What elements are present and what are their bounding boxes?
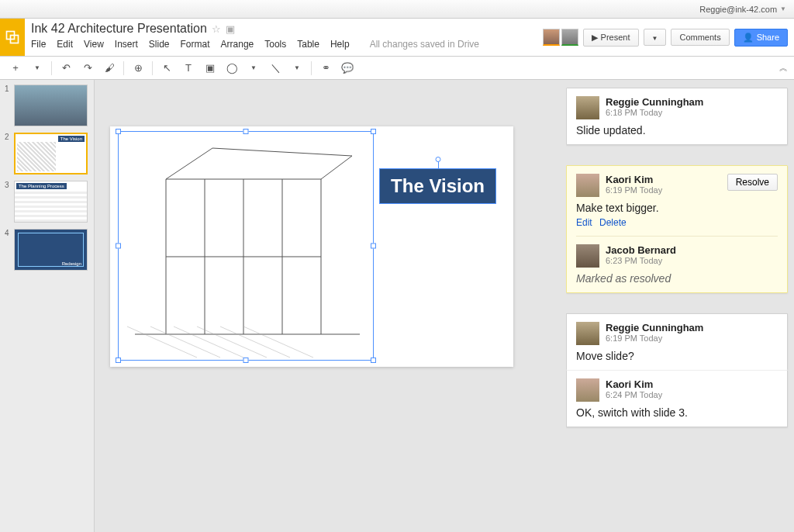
slide-thumb-row[interactable]: 1 Architecture [5, 85, 89, 126]
menu-tools[interactable]: Tools [264, 39, 286, 50]
comments-button[interactable]: Comments [671, 29, 729, 46]
comment-card[interactable]: Reggie Cunningham 6:18 PM Today Slide up… [566, 88, 788, 145]
slide-thumb-row[interactable]: 3 The Planning Process [5, 181, 89, 223]
resize-handle[interactable] [371, 129, 376, 134]
slide-number: 3 [5, 181, 11, 189]
slide-number: 2 [5, 133, 11, 141]
account-caret-icon[interactable]: ▼ [780, 5, 786, 12]
comment-body: Marked as resolved [576, 272, 778, 285]
menubar: File Edit View Insert Slide Format Arran… [31, 39, 537, 50]
menu-table[interactable]: Table [297, 39, 319, 50]
shape-dropdown[interactable]: ▼ [244, 59, 263, 78]
slide-panel[interactable]: 1 Architecture 2 The Vision 3 The Planni… [0, 80, 95, 532]
menu-insert[interactable]: Insert [115, 39, 138, 50]
paint-format-button[interactable]: 🖌 [100, 59, 119, 78]
app-logo[interactable] [0, 19, 25, 56]
slide-title-textbox[interactable]: The Vision [379, 168, 496, 204]
menu-slide[interactable]: Slide [149, 39, 170, 50]
save-status: All changes saved in Drive [370, 39, 479, 50]
textbox-tool[interactable]: T [179, 59, 198, 78]
slide-thumb-row[interactable]: 2 The Vision [5, 133, 89, 174]
resize-handle[interactable] [243, 129, 249, 134]
comment-author: Reggie Cunningham [606, 96, 778, 108]
present-label: Present [601, 33, 630, 42]
avatar [576, 174, 599, 197]
workspace: 1 Architecture 2 The Vision 3 The Planni… [0, 80, 794, 532]
resize-handle[interactable] [116, 358, 121, 363]
comment-body: OK, switch with slide 3. [576, 406, 778, 419]
present-dropdown[interactable]: ▼ [644, 29, 667, 46]
comment-card-active[interactable]: Resolve Kaori Kim 6:19 PM Today Make tex… [566, 165, 788, 293]
slide-thumbnail[interactable]: Redesign [14, 229, 88, 271]
comment-time: 6:23 PM Today [606, 256, 778, 265]
slide-thumbnail[interactable]: Architecture [14, 85, 88, 126]
line-tool[interactable]: ＼ [266, 59, 285, 78]
thumb-title: Redesign [60, 261, 84, 267]
menu-edit[interactable]: Edit [57, 39, 73, 50]
avatar [576, 322, 599, 345]
link-tool[interactable]: ⚭ [316, 59, 335, 78]
new-slide-dropdown[interactable]: ▼ [28, 59, 47, 78]
separator [311, 61, 312, 75]
avatar[interactable] [543, 29, 560, 46]
account-email[interactable]: Reggie@ink-42.com [699, 5, 777, 14]
line-dropdown[interactable]: ▼ [288, 59, 306, 78]
menu-arrange[interactable]: Arrange [221, 39, 254, 50]
present-button[interactable]: ▶ Present [583, 29, 639, 47]
collaborator-avatars[interactable] [543, 29, 578, 46]
shape-tool[interactable]: ◯ [223, 59, 241, 78]
avatar[interactable] [561, 29, 578, 46]
separator [123, 61, 124, 75]
resize-handle[interactable] [371, 244, 376, 249]
slide-canvas[interactable]: The Vision [110, 126, 513, 367]
avatar [576, 244, 599, 268]
avatar [576, 378, 599, 402]
slide-thumb-row[interactable]: 4 Redesign [5, 229, 89, 271]
resize-handle[interactable] [116, 244, 121, 249]
redo-button[interactable]: ↷ [78, 59, 97, 78]
toolbar: + ▼ ↶ ↷ 🖌 ⊕ ↖ T ▣ ◯ ▼ ＼ ▼ ⚭ 💬 ︽ [0, 57, 794, 80]
comment-reply: Jacob Bernard 6:23 PM Today Marked as re… [576, 236, 778, 285]
comment-time: 6:19 PM Today [606, 185, 727, 195]
collapse-toolbar-icon[interactable]: ︽ [779, 62, 788, 74]
menu-format[interactable]: Format [181, 39, 210, 50]
menu-file[interactable]: File [31, 39, 46, 50]
canvas-area[interactable]: The Vision [95, 80, 566, 532]
star-icon[interactable]: ☆ [212, 23, 221, 35]
zoom-button[interactable]: ⊕ [129, 59, 147, 78]
menu-help[interactable]: Help [330, 39, 350, 50]
comment-body: Make text bigger. [576, 202, 778, 214]
window-titlebar: Reggie@ink-42.com ▼ [0, 0, 794, 19]
edit-link[interactable]: Edit [576, 217, 592, 228]
selection-outline[interactable] [118, 131, 374, 361]
share-icon: 👤 [743, 33, 754, 43]
menu-view[interactable]: View [84, 39, 104, 50]
comment-card[interactable]: Reggie Cunningham 6:19 PM Today Move sli… [566, 313, 788, 370]
comment-body: Slide updated. [576, 124, 778, 136]
comment-card[interactable]: Kaori Kim 6:24 PM Today OK, switch with … [566, 370, 788, 427]
slide-thumbnail[interactable]: The Vision [14, 133, 88, 174]
resize-handle[interactable] [371, 358, 376, 363]
resize-handle[interactable] [116, 129, 121, 134]
comments-panel[interactable]: Reggie Cunningham 6:18 PM Today Slide up… [566, 80, 794, 532]
folder-icon[interactable]: ▣ [226, 23, 235, 35]
delete-link[interactable]: Delete [599, 217, 627, 228]
present-icon: ▶ [592, 33, 598, 43]
undo-button[interactable]: ↶ [57, 59, 75, 78]
new-slide-button[interactable]: + [6, 59, 25, 78]
chevron-down-icon: ▼ [652, 35, 658, 42]
slide-title-text: The Vision [391, 175, 485, 196]
select-tool[interactable]: ↖ [157, 59, 176, 78]
slide-thumbnail[interactable]: The Planning Process [14, 181, 88, 223]
comment-author: Kaori Kim [606, 378, 778, 390]
share-label: Share [757, 33, 779, 42]
resolve-button[interactable]: Resolve [727, 174, 778, 191]
thumb-title: The Planning Process [16, 183, 67, 189]
share-button[interactable]: 👤 Share [734, 29, 788, 47]
resize-handle[interactable] [243, 358, 249, 363]
document-title[interactable]: Ink 42 Architecture Presentation [31, 22, 207, 36]
comment-author: Jacob Bernard [606, 244, 778, 256]
rotation-handle[interactable] [435, 157, 440, 162]
comment-tool[interactable]: 💬 [338, 59, 357, 78]
image-tool[interactable]: ▣ [201, 59, 219, 78]
